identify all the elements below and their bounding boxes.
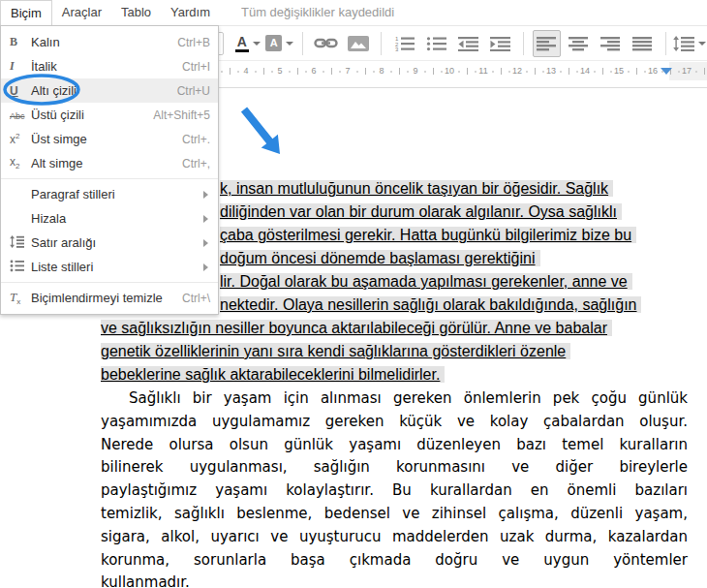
paragraph-2-line[interactable]: sigara, alkol, uyarıcı ve uyuşturucu mad…	[101, 526, 688, 549]
paragraph-2-line[interactable]: korunma, sorunlarla başa çıkmada doğru v…	[101, 549, 688, 573]
paragraph-1-line[interactable]: bebeklerine sağlık aktarabileceklerini b…	[101, 364, 445, 385]
text-color-button[interactable]: A	[233, 30, 261, 57]
increase-indent-icon	[490, 36, 510, 51]
toolbar-separator	[665, 32, 666, 55]
paragraph-2-line[interactable]: temizlik, sağlıklı beslenme, bedensel ve…	[101, 503, 688, 526]
menu-item-label: Altı çizili	[31, 83, 177, 98]
ruler-tick	[424, 71, 426, 73]
ruler-tick	[255, 71, 257, 73]
menu-item-shortcut: Ctrl+I	[182, 60, 210, 74]
menu-item-shortcut: Ctrl+U	[177, 84, 210, 98]
format-menu-item-italik[interactable]: IİtalikCtrl+I	[1, 54, 218, 78]
selected-underlined-text: genetik özelliklerinin yanı sıra kendi s…	[101, 343, 570, 359]
menu-item-label: Satır aralığı	[31, 235, 203, 250]
menubar-item-araclar[interactable]: Araçlar	[52, 0, 111, 25]
menubar: BiçimAraçlarTabloYardımTüm değişiklikler…	[0, 0, 707, 26]
insert-image-button[interactable]	[344, 30, 372, 57]
selected-underlined-text: bebeklerine sağlık aktarabileceklerini b…	[101, 366, 445, 383]
increase-indent-button[interactable]	[486, 30, 514, 57]
ruler-tick	[644, 71, 646, 73]
format-menu-item-ustu-cizili[interactable]: AbcÜstü çiziliAlt+Shift+5	[1, 103, 218, 127]
paragraph-1-line[interactable]: ve sağlıksızlığın nesiller boyunca aktar…	[101, 318, 612, 338]
highlight-color-icon: A	[265, 35, 282, 51]
format-menu-item-ust-simge[interactable]: x2Üst simgeCtrl+.	[1, 127, 218, 151]
line-spacing-button[interactable]	[675, 30, 705, 57]
decrease-indent-button[interactable]	[454, 30, 482, 57]
ruler-tick	[433, 68, 434, 75]
paragraph-2-line[interactable]: paylaştığımız yaşamı kolaylaştırır. Bu k…	[101, 480, 688, 503]
selected-underlined-text: çaba gösterilmesi gerekir. Hatta bugünkü…	[220, 227, 636, 243]
ruler-tick	[221, 71, 223, 73]
numbered-list-button[interactable]: 123	[390, 30, 418, 57]
bulleted-list-button[interactable]	[422, 30, 450, 57]
ruler-tick	[704, 68, 705, 75]
paragraph-1-line[interactable]: nektedir. Olaya nesillerin sağlığı olara…	[220, 294, 641, 315]
numbered-list-icon: 123	[394, 36, 415, 51]
strikethrough-icon: Abc	[10, 108, 31, 122]
menubar-item-yardim[interactable]: Yardım	[161, 0, 220, 25]
menubar-item-tablo[interactable]: Tablo	[111, 0, 161, 25]
paragraph-1-line[interactable]: çaba gösterilmesi gerekir. Hatta bugünkü…	[220, 225, 636, 245]
ruler-tick	[475, 71, 476, 73]
insert-image-icon	[348, 36, 369, 51]
paragraph-1-line[interactable]: k, insan mutluluğunun öncelik taşıyan bi…	[220, 178, 613, 199]
menu-item-shortcut: Ctrl+\	[182, 292, 210, 305]
ruler-tick	[602, 68, 603, 75]
format-menu-item-satir-araligi[interactable]: Satır aralığı	[1, 231, 218, 255]
paragraph-2-line[interactable]: kullanmadır.	[101, 572, 688, 588]
ruler-tick	[390, 71, 392, 73]
text-color-icon: A	[235, 35, 249, 52]
paragraph-2-line[interactable]: Nerede olursa olsun günlük yaşamı düzenl…	[101, 434, 688, 457]
ruler-tick	[297, 68, 298, 75]
align-justify-button[interactable]	[629, 30, 657, 57]
format-menu-item-hizala[interactable]: Hizala	[1, 206, 218, 231]
underline-icon: U	[10, 84, 31, 98]
align-right-button[interactable]	[597, 30, 625, 57]
ruler-tick	[492, 71, 494, 73]
ruler-tick	[501, 68, 502, 75]
ruler-tick	[636, 68, 637, 75]
submenu-arrow-icon	[203, 263, 208, 271]
format-menu-item-alti-cizili[interactable]: UAltı çiziliCtrl+U	[1, 78, 218, 103]
paragraph-2[interactable]: Sağlıklı bir yaşam için alınması gereken…	[101, 387, 688, 588]
paragraph-2-line[interactable]: bilinerek uygulanması, sağlığın korunmas…	[101, 456, 688, 480]
align-left-button[interactable]	[533, 30, 561, 57]
superscript-icon: x2	[10, 132, 31, 146]
format-menu-item-paragraf-stilleri[interactable]: Paragraf stilleri	[1, 182, 218, 206]
ruler-number: 8	[379, 66, 384, 76]
paragraph-1-line[interactable]: doğum öncesi dönemde başlaması gerektiği…	[220, 248, 540, 268]
ruler-tick	[542, 71, 544, 73]
align-center-button[interactable]	[565, 30, 593, 57]
paragraph-1-line[interactable]: genetik özelliklerinin yanı sıra kendi s…	[101, 341, 570, 361]
ruler-tick	[356, 71, 358, 73]
menubar-item-bicim[interactable]: Biçim	[0, 0, 52, 26]
menu-item-label: Hizala	[31, 211, 203, 226]
bold-icon: B	[10, 35, 31, 49]
selected-underlined-text: lir. Doğal olarak bu aşamada yapılması g…	[220, 273, 632, 290]
toolbar-separator	[381, 32, 382, 55]
paragraph-2-line[interactable]: yaşamımızda uygulamamız gereken küçük ve…	[101, 411, 688, 434]
ruler-tick	[535, 68, 536, 75]
ruler-tick	[610, 71, 612, 73]
insert-link-button[interactable]	[312, 30, 340, 57]
paragraph-1-line[interactable]: diliğinden var olan bir durum olarak alg…	[220, 201, 622, 222]
menu-item-label: Liste stilleri	[31, 260, 203, 274]
ruler-tick	[305, 71, 307, 73]
paragraph-2-line[interactable]: Sağlıklı bir yaşam için alınması gereken…	[101, 387, 688, 411]
clear-formatting-icon: Tx	[10, 290, 31, 306]
ruler-tick	[339, 71, 341, 73]
format-menu-item-alt-simge[interactable]: x2Alt simgeCtrl+,	[1, 151, 218, 175]
format-menu-item-kalin[interactable]: BKalınCtrl+B	[1, 30, 218, 54]
ruler-number: 15	[614, 66, 624, 76]
highlight-color-button[interactable]: A	[265, 30, 293, 57]
ruler-number: 13	[546, 66, 556, 76]
right-margin-marker[interactable]	[661, 68, 672, 75]
ruler-tick	[323, 71, 324, 73]
paragraph-1-line[interactable]: lir. Doğal olarak bu aşamada yapılması g…	[220, 271, 632, 292]
ruler-tick	[373, 71, 375, 73]
ruler-tick	[331, 68, 332, 75]
ruler-number: 11	[478, 66, 487, 76]
format-menu-item-bicimlendirmeyi-temizle[interactable]: TxBiçimlendirmeyi temizleCtrl+\	[1, 286, 218, 310]
format-menu-item-liste-stilleri[interactable]: Liste stilleri	[1, 255, 218, 279]
ruler-tick	[576, 71, 578, 73]
